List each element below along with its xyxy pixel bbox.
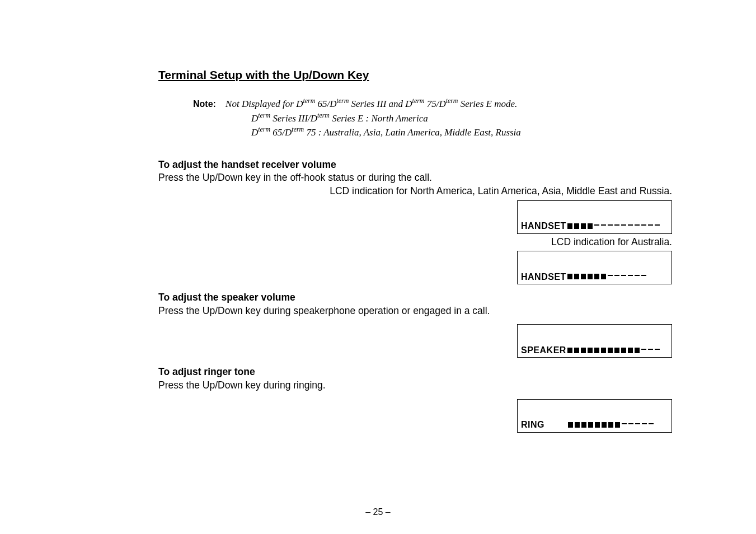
note-line-1: Not Displayed for Dterm 65/Dterm Series … — [218, 99, 517, 109]
lcd-label: RING — [521, 419, 544, 431]
lcd-bars — [567, 274, 648, 279]
note-block: Note: Not Displayed for Dterm 65/Dterm S… — [193, 96, 672, 139]
lcd-caption-2: LCD indication for Australia. — [158, 236, 672, 249]
note-line-3: Dterm 65/Dterm 75 : Australia, Asia, Lat… — [251, 125, 672, 139]
lcd-label: SPEAKER — [521, 344, 566, 357]
lcd-speaker: SPEAKER — [517, 324, 672, 358]
lcd-bars — [568, 422, 655, 428]
lcd-ring: RING — [517, 399, 672, 433]
lcd-bars — [567, 223, 661, 229]
section-speaker-head: To adjust the speaker volume — [158, 291, 672, 305]
lcd-bars — [567, 348, 661, 353]
section-ringer-head: To adjust ringer tone — [158, 366, 672, 379]
note-label: Note: — [193, 99, 216, 109]
section-handset-body: Press the Up/Down key in the off-hook st… — [158, 171, 672, 185]
lcd-handset-na: HANDSET — [517, 200, 672, 234]
lcd-caption-1: LCD indication for North America, Latin … — [158, 185, 672, 198]
section-handset-head: To adjust the handset receiver volume — [158, 158, 672, 172]
lcd-label: HANDSET — [521, 271, 566, 283]
lcd-handset-au: HANDSET — [517, 251, 672, 284]
lcd-label: HANDSET — [521, 220, 566, 232]
note-line-2: Dterm Series III/Dterm Series E : North … — [251, 111, 672, 125]
page-number: – 25 – — [0, 507, 756, 517]
section-speaker-body: Press the Up/Down key during speakerphon… — [158, 305, 672, 318]
page-title: Terminal Setup with the Up/Down Key — [158, 67, 672, 83]
section-ringer-body: Press the Up/Down key during ringing. — [158, 379, 672, 392]
